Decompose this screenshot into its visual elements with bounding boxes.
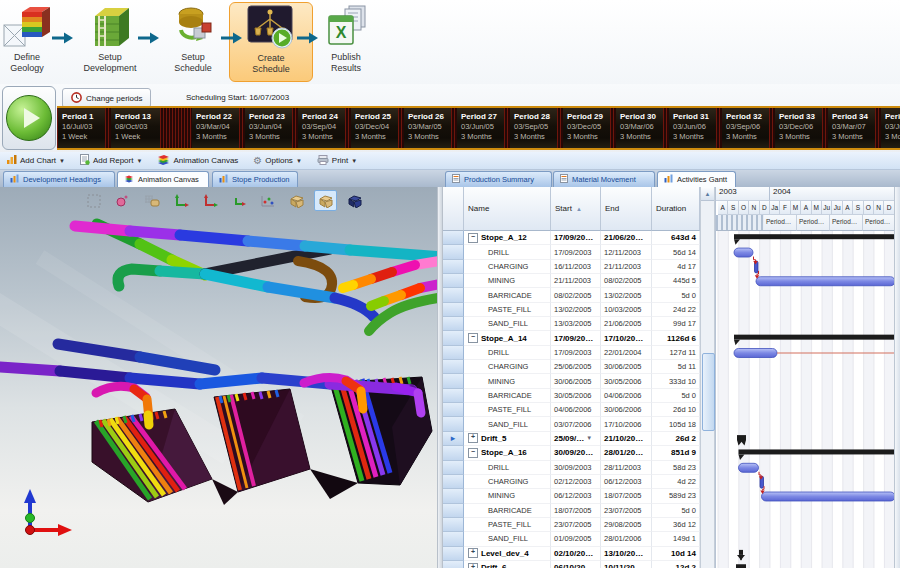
- row-selector[interactable]: [443, 303, 464, 317]
- table-row[interactable]: DRILL30/09/200328/11/200358d 23: [443, 461, 700, 475]
- shaded-box-button[interactable]: [343, 190, 366, 211]
- row-selector[interactable]: [443, 360, 464, 374]
- gantt-bar-summary[interactable]: [734, 234, 894, 239]
- row-selector[interactable]: [443, 461, 464, 475]
- header-end[interactable]: End: [601, 187, 652, 231]
- table-row[interactable]: DRILL17/09/200312/11/200356d 14: [443, 245, 700, 259]
- expand-icon[interactable]: +: [468, 433, 478, 443]
- period-cell[interactable]: Period 3303/Dec/063 Months: [775, 108, 824, 148]
- tab-development-headings[interactable]: Development Headings: [3, 171, 115, 187]
- table-row[interactable]: BARRICADE18/07/200523/07/20055d 0: [443, 504, 700, 518]
- gantt-bar-task[interactable]: [739, 463, 759, 472]
- scrollbar-thumb[interactable]: [702, 353, 715, 431]
- solid-box-button[interactable]: [314, 190, 337, 211]
- tab-activities-gantt[interactable]: Activities Gantt: [657, 171, 736, 187]
- row-selector[interactable]: [443, 475, 464, 489]
- period-cell[interactable]: Period 2903/Dec/053 Months: [563, 108, 612, 148]
- row-selector[interactable]: [443, 260, 464, 274]
- change-periods-button[interactable]: Change periods: [62, 88, 151, 108]
- add-report-button[interactable]: Add Report▼: [80, 154, 142, 167]
- expand-icon[interactable]: +: [468, 563, 478, 568]
- table-row[interactable]: ▸+Drift_525/09/…▼21/10/20…26d 2: [443, 432, 700, 446]
- table-row[interactable]: CHARGING25/06/200530/06/20055d 11: [443, 360, 700, 374]
- row-selector[interactable]: [443, 446, 464, 460]
- animation-canvas-3d-view[interactable]: [0, 187, 437, 568]
- period-cell[interactable]: Period 2403/Sep/043 Months: [298, 108, 347, 148]
- right-edge-scrollbar[interactable]: [894, 187, 900, 568]
- row-selector[interactable]: [443, 274, 464, 288]
- row-selector[interactable]: [443, 547, 464, 561]
- row-selector-current[interactable]: ▸: [443, 432, 464, 446]
- period-cell[interactable]: Period 2603/Mar/053 Months: [404, 108, 453, 148]
- period-cell[interactable]: Period 1308/Oct/031 Week: [111, 108, 160, 148]
- collapse-icon[interactable]: −: [468, 233, 478, 243]
- expand-icon[interactable]: +: [468, 548, 478, 558]
- header-name[interactable]: Name: [464, 187, 551, 231]
- plot-points-button[interactable]: [256, 190, 279, 211]
- header-duration[interactable]: Duration: [652, 187, 700, 231]
- row-selector[interactable]: [443, 231, 464, 245]
- period-cell[interactable]: Period 2303/Jun/043 Months: [245, 108, 294, 148]
- row-selector[interactable]: [443, 403, 464, 417]
- period-cell[interactable]: Period 2803/Sep/053 Months: [510, 108, 559, 148]
- start-dropdown-icon[interactable]: ▼: [586, 435, 592, 441]
- play-animation-button[interactable]: [2, 86, 56, 150]
- row-selector[interactable]: [443, 245, 464, 259]
- table-row[interactable]: MINING30/06/200530/05/2006333d 10: [443, 374, 700, 388]
- row-selector[interactable]: [443, 346, 464, 360]
- options-button[interactable]: ⚙ Options▼: [253, 155, 302, 166]
- table-row[interactable]: PASTE_FILL13/02/200510/03/200524d 22: [443, 303, 700, 317]
- table-row[interactable]: SAND_FILL03/07/200617/10/2006105d 18: [443, 417, 700, 431]
- gantt-body[interactable]: [716, 231, 894, 568]
- period-cell[interactable]: Period 2503/Dec/043 Months: [351, 108, 400, 148]
- gantt-bar-summary[interactable]: [739, 449, 895, 454]
- axes-green-button[interactable]: [169, 190, 192, 211]
- period-cell[interactable]: Period 3403/Mar/073 Months: [828, 108, 877, 148]
- table-row[interactable]: −Stope_A_1630/09/20…28/01/20…851d 9: [443, 446, 700, 460]
- table-vertical-scrollbar[interactable]: ▲: [700, 187, 715, 568]
- header-start[interactable]: Start▲: [551, 187, 601, 231]
- scroll-up-icon[interactable]: ▲: [701, 187, 714, 201]
- tab-stope-production[interactable]: Stope Production: [212, 171, 298, 187]
- table-row[interactable]: CHARGING16/11/200321/11/20034d 17: [443, 260, 700, 274]
- row-selector[interactable]: [443, 417, 464, 431]
- row-selector[interactable]: [443, 374, 464, 388]
- row-selector[interactable]: [443, 331, 464, 345]
- table-row[interactable]: DRILL17/09/200322/01/2004127d 11: [443, 346, 700, 360]
- gantt-bar-summary[interactable]: [734, 335, 894, 340]
- tab-production-summary[interactable]: Production Summary: [445, 171, 552, 187]
- table-row[interactable]: BARRICADE30/05/200604/06/20065d 0: [443, 389, 700, 403]
- gantt-bar-summary[interactable]: [737, 435, 746, 440]
- print-button[interactable]: Print▼: [317, 155, 357, 167]
- row-selector[interactable]: [443, 489, 464, 503]
- grid-box-button[interactable]: [140, 190, 163, 211]
- table-row[interactable]: MINING06/12/200318/07/2005589d 23: [443, 489, 700, 503]
- tab-material-movement[interactable]: Material Movement: [553, 171, 655, 187]
- row-selector[interactable]: [443, 561, 464, 568]
- gantt-bar-task[interactable]: [762, 492, 895, 501]
- add-chart-button[interactable]: Add Chart▼: [6, 154, 65, 167]
- collapse-icon[interactable]: −: [468, 448, 478, 458]
- axes-small-button[interactable]: [227, 190, 250, 211]
- table-row[interactable]: −Stope_A_1217/09/20…21/06/20…643d 4: [443, 231, 700, 245]
- table-row[interactable]: CHARGING02/12/200306/12/20034d 22: [443, 475, 700, 489]
- tab-animation-canvas[interactable]: Animation Canvas: [117, 171, 209, 187]
- period-cell[interactable]: Period 3203/Sep/063 Months: [722, 108, 771, 148]
- gantt-bar-task[interactable]: [734, 248, 753, 257]
- table-row[interactable]: PASTE_FILL23/07/200529/08/200536d 12: [443, 518, 700, 532]
- table-row[interactable]: PASTE_FILL04/06/200630/06/200626d 10: [443, 403, 700, 417]
- gantt-bar-task[interactable]: [756, 277, 894, 286]
- solid-box-button[interactable]: [285, 190, 308, 211]
- period-cell[interactable]: Period 3503/Jun/073 Months: [881, 108, 900, 148]
- period-cell[interactable]: Period 2703/Jun/053 Months: [457, 108, 506, 148]
- row-selector[interactable]: [443, 389, 464, 403]
- row-selector[interactable]: [443, 504, 464, 518]
- axes-red-button[interactable]: [198, 190, 221, 211]
- table-row[interactable]: SAND_FILL13/03/200521/06/200599d 17: [443, 317, 700, 331]
- gantt-bar-summary[interactable]: [739, 550, 743, 555]
- table-row[interactable]: +Drift_606/10/20…10/11/20…12d 2: [443, 561, 700, 568]
- period-cell[interactable]: Period 3103/Jun/063 Months: [669, 108, 718, 148]
- table-row[interactable]: −Stope_A_1417/09/20…17/10/20…1126d 6: [443, 331, 700, 345]
- period-cell[interactable]: Period 2203/Mar/043 Months: [192, 108, 241, 148]
- period-cell[interactable]: Period 116/Jul/031 Week: [58, 108, 107, 148]
